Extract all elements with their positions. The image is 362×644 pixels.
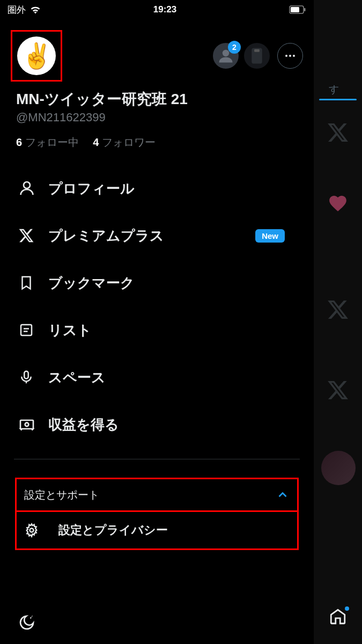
x-logo-icon	[327, 121, 349, 144]
mic-icon	[18, 369, 48, 385]
menu-label: リスト	[48, 321, 92, 340]
settings-privacy-item[interactable]: 設定とプライバシー	[15, 510, 299, 550]
wifi-icon	[30, 5, 41, 14]
moon-icon	[18, 614, 35, 631]
menu-monetization[interactable]: 収益を得る	[11, 401, 303, 448]
menu-profile[interactable]: プロフィール	[11, 165, 303, 212]
money-icon	[18, 416, 48, 433]
menu-lists[interactable]: リスト	[11, 306, 303, 354]
svg-point-7	[289, 55, 291, 57]
x-logo-icon	[327, 379, 349, 401]
svg-rect-1	[291, 7, 299, 12]
bg-tab-indicator	[319, 99, 357, 100]
menu-label: プレミアムプラス	[48, 226, 164, 245]
menu-label: スペース	[48, 368, 106, 387]
x-logo-icon	[327, 298, 349, 321]
svg-point-9	[24, 182, 30, 188]
account-switch-1[interactable]: 2	[213, 43, 239, 69]
menu-bookmarks[interactable]: ブックマーク	[11, 259, 303, 306]
main-menu: プロフィール プレミアムプラス New ブックマーク リスト スペース 収益を得…	[0, 150, 314, 550]
svg-rect-2	[304, 8, 306, 11]
bookmark-icon	[18, 275, 48, 291]
following-link[interactable]: 6フォロー中	[16, 135, 79, 150]
svg-rect-14	[20, 420, 33, 429]
status-bar: 圏外 19:23	[0, 0, 314, 19]
gear-icon	[24, 523, 58, 538]
display-name[interactable]: MN-ツイッター研究班 21	[16, 89, 298, 109]
svg-rect-10	[21, 325, 32, 335]
user-handle[interactable]: @MN211622399	[16, 111, 298, 125]
svg-rect-13	[24, 371, 28, 379]
drawer-header: ✌️ 2	[0, 19, 314, 82]
user-avatar[interactable]: ✌️	[17, 36, 56, 75]
signal-status: 圏外	[8, 4, 26, 16]
more-accounts-button[interactable]	[277, 43, 303, 69]
settings-section: 設定とサポート 設定とプライバシー	[11, 459, 303, 550]
bg-tab-label: す	[329, 83, 339, 97]
settings-support-toggle[interactable]: 設定とサポート	[15, 478, 299, 512]
chevron-up-icon	[276, 488, 290, 502]
menu-label: プロフィール	[48, 179, 135, 198]
menu-label: ブックマーク	[48, 274, 135, 292]
home-icon[interactable]	[329, 608, 347, 628]
bg-avatar	[321, 451, 356, 485]
profile-summary: MN-ツイッター研究班 21 @MN211622399 6フォロー中 4フォロワ…	[0, 82, 314, 150]
heart-icon	[328, 193, 348, 214]
battery-icon	[289, 5, 306, 14]
x-icon	[18, 228, 48, 244]
side-drawer: 圏外 19:23 ✌️ 2 MN-ツイッター研究班 21 @MN21162239…	[0, 0, 314, 644]
avatar-highlight: ✌️	[11, 30, 62, 82]
menu-spaces[interactable]: スペース	[11, 354, 303, 401]
clock: 19:23	[41, 4, 289, 15]
svg-point-8	[293, 55, 295, 57]
notification-badge: 2	[228, 41, 241, 54]
settings-header-label: 設定とサポート	[24, 488, 99, 502]
person-icon	[18, 180, 48, 197]
new-badge: New	[255, 229, 285, 243]
background-feed: す	[314, 0, 362, 644]
svg-point-6	[285, 55, 287, 57]
menu-premium[interactable]: プレミアムプラス New	[11, 212, 303, 259]
svg-point-15	[25, 423, 29, 427]
followers-link[interactable]: 4フォロワー	[93, 135, 156, 150]
account-switch-2[interactable]	[244, 43, 270, 69]
svg-point-16	[30, 529, 34, 532]
theme-toggle[interactable]	[18, 614, 35, 631]
svg-point-3	[223, 50, 230, 57]
svg-rect-5	[254, 49, 260, 52]
list-icon	[18, 322, 48, 338]
menu-label: 収益を得る	[48, 415, 119, 434]
settings-item-label: 設定とプライバシー	[58, 522, 168, 538]
